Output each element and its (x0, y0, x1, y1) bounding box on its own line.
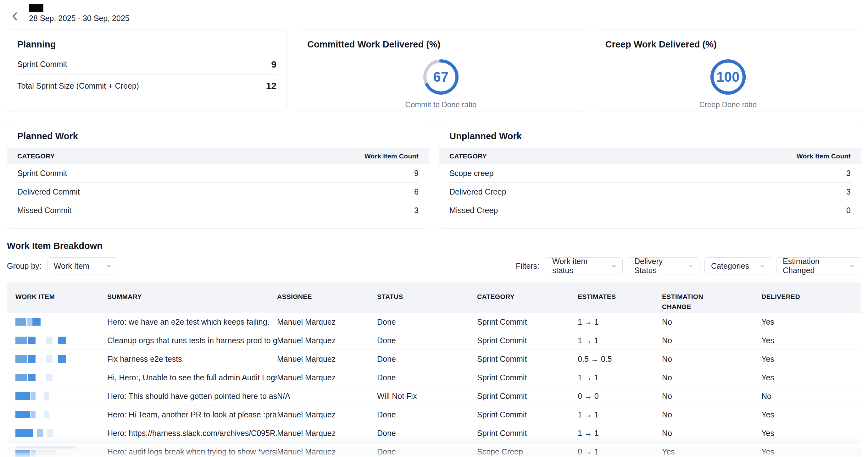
status-cell: Will Not Fix (377, 392, 477, 401)
work-item-cell (7, 392, 107, 400)
redacted-block (16, 450, 30, 457)
committed-work-title: Committed Work Delivered (%) (307, 39, 575, 50)
status-cell: Done (377, 447, 477, 456)
estimation-change-cell: No (662, 392, 762, 401)
table-row[interactable]: Missed Commit3 (17, 201, 418, 220)
table-row[interactable]: Delivered Creep3 (450, 183, 851, 201)
column-assignee: ASSIGNEE (277, 292, 377, 302)
estimates-cell: 0.5 → 0.5 (578, 355, 662, 364)
table-row[interactable]: Cleanup orgs that runs tests in harness … (7, 331, 861, 350)
table-row[interactable]: Delivered Commit6 (17, 183, 418, 201)
status-cell: Done (377, 336, 477, 345)
planned-work-title: Planned Work (7, 122, 429, 149)
filters-group: Filters: Work item statusDelivery Status… (516, 257, 861, 274)
table-row[interactable]: Scope creep3 (450, 164, 851, 183)
redacted-block (16, 446, 75, 449)
column-status: STATUS (377, 292, 477, 302)
column-work-item-count: Work Item Count (365, 153, 418, 160)
assignee-cell: Manuel Marquez (277, 336, 377, 345)
creep-work-title: Creep Work Delivered (%) (606, 39, 851, 50)
table-row[interactable]: Hero: audit logs break when trying to sh… (7, 443, 861, 457)
planning-rows: Sprint Commit9Total Sprint Size (Commit … (17, 54, 276, 96)
work-item-cell (7, 355, 107, 363)
delivered-cell: Yes (762, 336, 861, 345)
back-button[interactable] (9, 11, 21, 22)
gauge-value: 100 (709, 58, 748, 97)
group-by-value: Work Item (54, 261, 89, 271)
category-cell: Delivered Creep (450, 187, 506, 196)
redacted-block (47, 429, 53, 437)
redacted-block (16, 411, 30, 418)
status-cell: Done (377, 429, 477, 438)
summary-cell: Hero: https://harness.slack.com/archives… (107, 429, 277, 438)
gauge-caption: Commit to Done ratio (297, 100, 585, 109)
chevron-down-icon (688, 265, 693, 267)
work-item-cell (7, 446, 107, 457)
filter-label: Delivery Status (634, 257, 680, 275)
estimation-change-cell: No (662, 410, 762, 419)
redacted-block (16, 355, 27, 363)
redacted-block (28, 374, 35, 381)
table-row[interactable]: Missed Creep0 (450, 201, 851, 220)
summary-cell: Hi, Hero:, Unable to see the full admin … (107, 373, 277, 382)
redacted-block (31, 392, 35, 400)
work-item-redactions (16, 446, 107, 457)
column-work-item-count: Work Item Count (797, 153, 851, 160)
estimates-cell: 1 → 1 (578, 429, 662, 438)
group-by-label: Group by: (7, 261, 41, 271)
filters-label: Filters: (516, 261, 539, 271)
estimates-cell: 1 → 1 (578, 373, 662, 382)
work-item-redactions (16, 355, 107, 363)
planning-row-value: 9 (271, 59, 276, 70)
work-item-id-redacted (16, 429, 107, 437)
category-cell: Sprint Commit (477, 410, 578, 419)
table-row[interactable]: Sprint Commit9 (17, 164, 418, 183)
work-item-cell (7, 411, 107, 418)
page-header: 28 Sep, 2025 - 30 Sep, 2025 (7, 0, 861, 25)
filter-dropdown-delivery-status[interactable]: Delivery Status (628, 257, 700, 274)
count-cell: 6 (414, 187, 418, 196)
assignee-cell: Manuel Marquez (277, 318, 377, 327)
delivered-cell: No (762, 392, 861, 401)
table-row[interactable]: Hero: https://harness.slack.com/archives… (7, 424, 861, 443)
work-item-redactions (16, 411, 107, 418)
category-cell: Missed Commit (17, 206, 71, 215)
redacted-block (58, 337, 66, 344)
table-row[interactable]: Hero: we have an e2e test which keeps fa… (7, 313, 861, 331)
redacted-block (31, 411, 35, 418)
filter-label: Categories (711, 261, 749, 271)
filter-dropdown-work-item-status[interactable]: Work item status (546, 257, 623, 274)
table-row[interactable]: Hero: This should have gotten pointed he… (7, 387, 861, 405)
assignee-cell: Manuel Marquez (277, 429, 377, 438)
work-item-cell (7, 429, 107, 437)
redacted-block (16, 337, 27, 344)
work-item-redactions (16, 392, 107, 400)
gauge-value: 67 (422, 58, 460, 97)
work-item-cell (7, 374, 107, 381)
estimates-cell: 0 → 1 (578, 447, 662, 456)
group-by-dropdown[interactable]: Work Item (47, 257, 118, 274)
redacted-block (46, 374, 53, 381)
table-row[interactable]: Hi, Hero:, Unable to see the full admin … (7, 368, 861, 387)
work-item-id-redacted (16, 374, 107, 381)
filter-dropdown-estimation-changed[interactable]: Estimation Changed (776, 257, 861, 274)
estimates-cell: 1 → 1 (578, 318, 662, 327)
work-tables-row: Planned Work CATEGORY Work Item Count Sp… (7, 122, 861, 229)
count-cell: 3 (846, 169, 851, 178)
work-item-table-body: Hero: we have an e2e test which keeps fa… (7, 313, 861, 457)
filter-dropdown-categories[interactable]: Categories (705, 257, 771, 274)
status-cell: Done (377, 373, 477, 382)
assignee-cell: Manuel Marquez (277, 410, 377, 419)
work-item-id-redacted (16, 411, 107, 418)
category-cell: Missed Creep (450, 206, 498, 215)
redacted-block (27, 318, 32, 326)
estimation-change-cell: No (662, 318, 762, 327)
table-row[interactable]: Fix harness e2e testsManuel MarquezDoneS… (7, 350, 861, 368)
count-cell: 9 (414, 169, 418, 178)
planning-row: Total Sprint Size (Commit + Creep)12 (17, 75, 276, 96)
planning-title: Planning (17, 39, 276, 50)
category-cell: Scope Creep (477, 447, 578, 456)
table-row[interactable]: Hero: Hi Team, another PR to look at ple… (7, 405, 861, 424)
status-cell: Done (377, 355, 477, 364)
unplanned-work-title: Unplanned Work (439, 122, 861, 149)
